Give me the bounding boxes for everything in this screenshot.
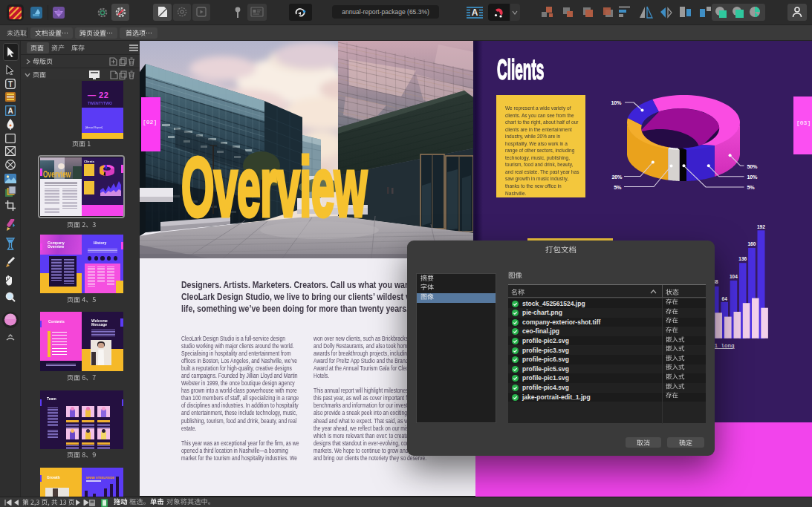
svg-text:160: 160 [747,241,756,246]
svg-text:10%: 10% [747,174,758,180]
svg-text:50%: 50% [747,163,758,170]
svg-text:T: T [8,80,13,88]
svg-text:136: 136 [738,256,747,261]
svg-text:104: 104 [730,274,738,279]
svg-text:5%: 5% [747,184,756,191]
svg-text:64: 64 [722,296,728,301]
svg-text:20%: 20% [612,174,623,180]
svg-text:A: A [472,7,478,18]
svg-text:5%: 5% [614,184,622,191]
svg-text:10%: 10% [611,99,622,106]
svg-text:192: 192 [757,224,765,229]
svg-text:A: A [7,107,13,115]
